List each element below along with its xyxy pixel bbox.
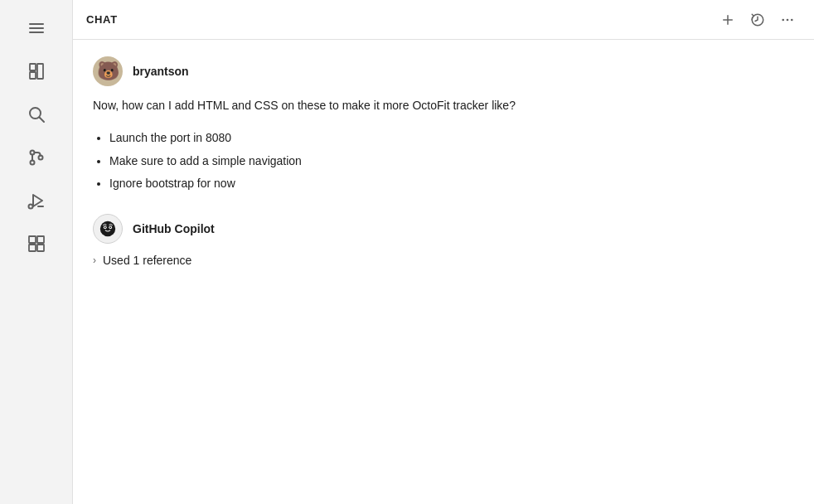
copilot-message-header: GitHub Copilot — [93, 214, 794, 244]
chat-header: CHAT — [73, 0, 814, 40]
user-message-body: Now, how can I add HTML and CSS on these… — [93, 99, 516, 112]
svg-rect-16 — [29, 245, 36, 251]
chat-panel: CHAT — [73, 0, 814, 504]
svg-point-28 — [109, 226, 111, 228]
svg-rect-17 — [37, 245, 44, 251]
copilot-avatar — [93, 214, 123, 244]
copilot-message: GitHub Copilot › Used 1 reference — [93, 214, 794, 267]
list-item: Ignore bootstrap for now — [109, 173, 794, 194]
svg-point-12 — [28, 205, 32, 209]
search-icon[interactable] — [17, 94, 56, 134]
run-debug-icon[interactable] — [17, 181, 56, 220]
hamburger-menu-icon[interactable] — [17, 8, 56, 48]
source-control-icon[interactable] — [17, 138, 56, 177]
activity-bar — [0, 0, 73, 504]
list-item: Launch the port in 8080 — [109, 128, 794, 148]
svg-marker-11 — [33, 195, 42, 206]
chat-history-button[interactable] — [744, 7, 771, 33]
svg-point-27 — [104, 226, 106, 228]
user-name: bryantson — [133, 65, 189, 78]
reference-row[interactable]: › Used 1 reference — [93, 254, 794, 267]
user-avatar: 🐻 — [93, 56, 123, 86]
more-actions-button[interactable] — [774, 7, 801, 33]
header-actions — [715, 7, 801, 33]
chat-title: CHAT — [86, 13, 118, 26]
svg-rect-14 — [29, 236, 36, 243]
svg-point-23 — [791, 18, 793, 21]
svg-rect-4 — [30, 72, 36, 79]
extensions-icon[interactable] — [17, 224, 56, 264]
new-chat-button[interactable] — [715, 7, 741, 33]
svg-point-24 — [100, 221, 115, 236]
reference-label: Used 1 reference — [103, 254, 191, 267]
copilot-name: GitHub Copilot — [133, 222, 215, 235]
chat-body: 🐻 bryantson Now, how can I add HTML and … — [73, 40, 814, 504]
svg-rect-5 — [37, 64, 43, 79]
user-message-list: Launch the port in 8080 Make sure to add… — [109, 128, 794, 194]
svg-rect-15 — [37, 236, 44, 243]
svg-rect-3 — [30, 64, 36, 70]
svg-line-7 — [39, 118, 44, 123]
list-item: Make sure to add a simple navigation — [109, 151, 794, 172]
user-message-header: 🐻 bryantson — [93, 56, 794, 86]
svg-point-21 — [782, 18, 784, 21]
user-message-text: Now, how can I add HTML and CSS on these… — [93, 96, 794, 194]
svg-point-22 — [787, 18, 789, 21]
user-message: 🐻 bryantson Now, how can I add HTML and … — [93, 56, 794, 194]
reference-chevron-icon: › — [93, 254, 96, 266]
explorer-icon[interactable] — [17, 51, 56, 91]
